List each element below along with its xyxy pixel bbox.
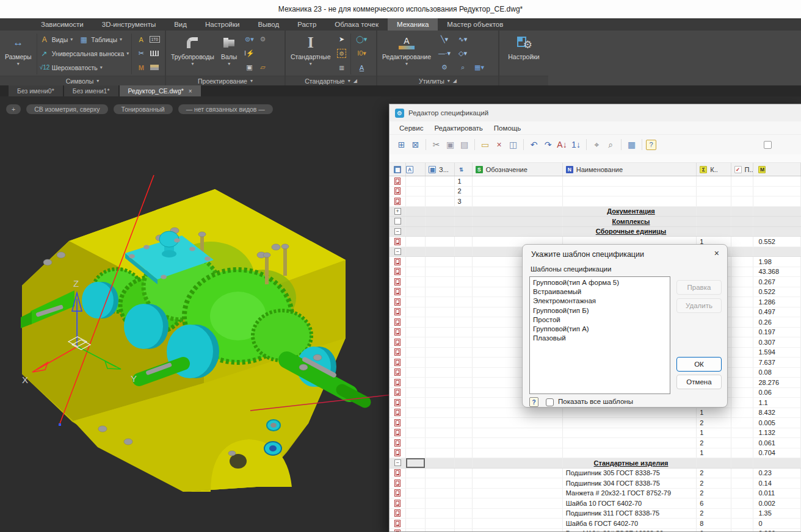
row-object-icon[interactable]	[394, 368, 400, 376]
table-row[interactable]: Подшипник 304 ГОСТ 8338-7520.14	[390, 478, 801, 489]
quantity-column[interactable]: ΣК..	[697, 163, 731, 176]
close-icon[interactable]: ×	[189, 88, 192, 95]
view-control[interactable]: СВ изометрия, сверху	[26, 104, 107, 114]
templates-listbox[interactable]: Групповой(тип А форма 5)ВстраиваемыйЭлек…	[529, 276, 670, 394]
text-tool-icon[interactable]: А	[360, 64, 364, 71]
blocks-icon[interactable]: ▦▾	[474, 63, 484, 71]
chain-icon[interactable]: ⚙	[441, 63, 448, 71]
paste-icon[interactable]: ▤	[458, 138, 471, 151]
row-object-icon[interactable]	[394, 198, 400, 205]
table-row[interactable]: Манжета # 20x32-1 ГОСТ 8752-7920.011	[390, 489, 801, 499]
row-object-icon[interactable]	[394, 500, 400, 507]
dialog-launcher-icon[interactable]: ◢	[453, 79, 457, 84]
spec-editor-title-bar[interactable]: ⚙ Редактор спецификаций	[390, 104, 801, 121]
section-row[interactable]: +Документация	[390, 207, 801, 217]
ribbon-tab-Механика[interactable]: Механика	[388, 18, 438, 31]
standard-parts-button[interactable]: I Стандартные ▾	[288, 32, 333, 76]
panel-label-standard[interactable]: Стандартные ▾ ◢	[286, 76, 376, 85]
edit-button[interactable]: Правка	[676, 280, 722, 295]
expand-icon[interactable]: +	[394, 208, 401, 215]
row-object-icon[interactable]	[394, 509, 400, 517]
row-object-icon[interactable]	[394, 258, 400, 265]
template-list-item[interactable]: Групповой(тип А форма 5)	[530, 278, 670, 287]
beam-calc-icon[interactable]: I⚡	[244, 49, 255, 57]
designation-column[interactable]: SОбозначение	[473, 163, 563, 176]
delete-row-icon[interactable]: ×	[493, 138, 506, 151]
table-row[interactable]: Винт М10#x36# ГОСТ 10338-8060.026	[390, 529, 801, 532]
row-object-icon[interactable]	[394, 359, 400, 366]
visual-style-control[interactable]: Тонированный	[114, 104, 173, 114]
linetype-icon[interactable]: —·▾	[438, 49, 451, 57]
editing-button[interactable]: А Редактирование ▾	[380, 32, 433, 76]
template-list-item[interactable]: Встраиваемый	[530, 287, 670, 297]
row-type-column[interactable]: ▦	[390, 163, 406, 176]
cancel-button[interactable]: Отмена	[676, 375, 722, 389]
row-object-icon[interactable]	[394, 469, 400, 476]
section-row[interactable]: −Стандартные изделия	[390, 458, 801, 469]
note-column[interactable]: ✓П..	[731, 163, 754, 176]
3d-model-viewport[interactable]: Z X Y	[0, 96, 389, 532]
insert-object-icon[interactable]: ◫	[507, 138, 520, 151]
row-object-icon[interactable]	[394, 429, 400, 436]
template-list-item[interactable]: Групповой(тип А)	[530, 325, 670, 334]
shafts-button[interactable]: Валы ▾	[219, 32, 240, 76]
ribbon-tab-Зависимости[interactable]: Зависимости	[32, 18, 93, 31]
views-button[interactable]: А Виды ▾	[40, 32, 73, 46]
row-object-icon[interactable]	[394, 419, 400, 426]
row-object-icon[interactable]	[394, 530, 400, 531]
dialog-launcher-icon[interactable]: ◢	[353, 79, 357, 84]
ribbon-tab-Облака точек[interactable]: Облака точек	[325, 18, 388, 31]
symmetry-icon[interactable]: ◇▾	[458, 49, 467, 57]
new-row-icon[interactable]: ▭	[479, 138, 491, 151]
properties-icon[interactable]: ▦	[625, 138, 638, 151]
row-object-icon[interactable]	[394, 379, 400, 386]
row-object-icon[interactable]	[394, 298, 400, 306]
panel-label-utils[interactable]: Утилиты ▾ ◢	[377, 76, 498, 85]
table-row[interactable]: 3	[390, 196, 801, 207]
pipelines-button[interactable]: Трубопроводы ▾	[169, 32, 217, 76]
undo-icon[interactable]: ↶	[527, 138, 540, 151]
table-row[interactable]: 11.132	[390, 428, 801, 439]
table-row[interactable]: 1	[390, 176, 801, 187]
zoom-rotate-icon[interactable]: ⌕	[461, 63, 465, 71]
screw-icon[interactable]: ⚙	[259, 35, 266, 43]
collapse-icon[interactable]: −	[394, 248, 401, 255]
table-row[interactable]: Подшипник 311 ГОСТ 8338-7521.35	[390, 509, 801, 519]
sort-alpha-icon[interactable]: А↓	[556, 138, 568, 151]
row-object-icon[interactable]	[394, 489, 400, 497]
tables-button[interactable]: ▦ Таблицы ▾	[79, 32, 122, 46]
name-column[interactable]: NНаименование	[563, 163, 697, 176]
row-object-icon[interactable]	[394, 328, 400, 336]
table-row[interactable]: 20.005	[390, 418, 801, 428]
bracket-tool-icon[interactable]: І0▾	[357, 49, 366, 57]
menu-service[interactable]: Сервис	[394, 123, 428, 133]
ribbon-tab-Мастер объектов[interactable]: Мастер объектов	[438, 18, 512, 31]
table-row[interactable]: 2	[390, 187, 801, 197]
book-icon[interactable]: M	[139, 64, 144, 71]
menu-edit[interactable]: Редактировать	[429, 123, 487, 133]
template-list-item[interactable]: Электромонтажная	[530, 297, 670, 306]
table-row[interactable]: 20.061	[390, 438, 801, 448]
universal-leader-button[interactable]: ↗ Универсальная выноска ▾	[40, 46, 129, 60]
spline-icon[interactable]: ∿▾	[458, 35, 468, 43]
redo-icon[interactable]: ↷	[542, 138, 554, 151]
insert-spec-icon[interactable]: ⊞	[395, 138, 408, 151]
section-row[interactable]: Комплексы	[390, 217, 801, 227]
insert-export-icon[interactable]: ⊠	[409, 138, 422, 151]
position-column[interactable]: ⇅	[455, 163, 473, 176]
table-row[interactable]: 18.432	[390, 408, 801, 419]
weld-seam-icon[interactable]	[150, 51, 159, 56]
table-row[interactable]: Подшипник 305 ГОСТ 8338-7520.23	[390, 469, 801, 479]
row-object-icon[interactable]	[394, 399, 400, 406]
row-object-icon[interactable]	[394, 268, 400, 275]
ribbon-tab-Настройки[interactable]: Настройки	[196, 18, 248, 31]
panel-label-symbols[interactable]: Символы ▾	[0, 76, 165, 85]
include-column[interactable]: А	[406, 163, 426, 176]
zone-column[interactable]: ▦З...	[426, 163, 455, 176]
table-row[interactable]: 10.704	[390, 448, 801, 459]
roughness-button[interactable]: √12 Шероховатость ▾	[40, 60, 129, 74]
row-object-icon[interactable]	[394, 389, 400, 396]
row-object-icon[interactable]	[394, 288, 400, 295]
row-object-icon[interactable]	[394, 480, 400, 487]
settings-button[interactable]: ⚙ Настройки	[506, 32, 542, 76]
